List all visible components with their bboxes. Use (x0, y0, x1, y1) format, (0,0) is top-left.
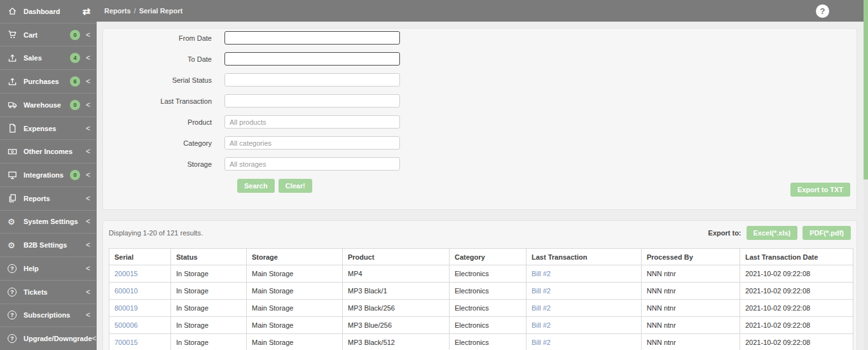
export-pdf-button[interactable]: PDF(*.pdf) (803, 226, 851, 240)
serial-link[interactable]: 800019 (114, 304, 138, 312)
money-icon (8, 147, 24, 157)
storage-cell: Main Storage (247, 283, 343, 300)
export-excel-button[interactable]: Excel(*.xls) (747, 226, 798, 240)
category-cell: Electronics (450, 317, 527, 334)
serial-cell: 500006 (109, 317, 171, 334)
sidebar-item-tickets[interactable]: ? Tickets < (0, 280, 97, 304)
sidebar-item-expenses[interactable]: Expenses < (0, 116, 97, 140)
status-cell: In Storage (171, 283, 247, 300)
to-date-input[interactable] (224, 52, 400, 66)
form-row: Storage (103, 157, 857, 171)
table-row: 600010 In Storage Main Storage MP3 Black… (109, 283, 853, 300)
category-cell: Electronics (450, 283, 527, 300)
sidebar-item-label: Subscriptions (24, 311, 86, 319)
serial-cell: 600010 (109, 283, 171, 300)
product-cell: MP3 Black/1 (343, 283, 450, 300)
storage-input[interactable] (224, 157, 400, 171)
last-transaction-cell: Bill #2 (527, 300, 642, 317)
scrollbar-thumb[interactable] (864, 0, 868, 179)
bill-link[interactable]: Bill #2 (532, 304, 551, 312)
serial-status-input[interactable] (224, 73, 400, 87)
sidebar-item-label: Integrations (24, 171, 70, 179)
export-group: Export to: Excel(*.xls) PDF(*.pdf) (708, 226, 851, 240)
truck-icon (8, 100, 24, 109)
sidebar-item-b2b-settings[interactable]: ⚙ B2B Settings < (0, 233, 97, 256)
app-root: Dashboard ⇄ Cart 0 < Sales 4 < (0, 0, 868, 350)
sidebar-item-system-settings[interactable]: ⚙ System Settings < (0, 210, 97, 234)
serial-link[interactable]: 700015 (114, 339, 138, 346)
bill-link[interactable]: Bill #2 (532, 270, 551, 277)
gears-icon: ⚙ (8, 241, 24, 249)
column-header-product: Product (343, 249, 450, 265)
serial-cell: 800019 (109, 300, 171, 317)
sidebar-item-label: Tickets (24, 288, 86, 296)
sidebar-item-cart[interactable]: Cart 0 < (0, 23, 97, 46)
sidebar-item-sales[interactable]: Sales 4 < (0, 46, 97, 69)
column-header-serial: Serial (109, 249, 171, 265)
sidebar-item-integrations[interactable]: Integrations 0 < (0, 163, 97, 186)
help-icon[interactable]: ? (816, 4, 829, 18)
clear-button[interactable]: Clear! (279, 179, 312, 193)
sidebar-item-subscriptions[interactable]: ? Subscriptions < (0, 304, 97, 327)
product-cell: MP3 Blue/256 (343, 317, 450, 334)
category-cell: Electronics (450, 265, 527, 283)
column-header-last-transaction-date: Last Transaction Date (740, 249, 853, 265)
sidebar-item-purchases[interactable]: Purchases 6 < (0, 69, 97, 93)
sidebar-item-label: Sales (24, 54, 70, 62)
chevron-left-icon: < (86, 195, 90, 202)
storage-cell: Main Storage (247, 317, 343, 334)
processed-by-cell: NNN ntnr (642, 283, 740, 300)
count-badge: 0 (70, 170, 80, 180)
product-label: Product (103, 118, 224, 126)
serial-link[interactable]: 600010 (114, 287, 138, 295)
copy-icon (8, 193, 24, 203)
table-row: 800019 In Storage Main Storage MP3 Black… (109, 300, 853, 317)
last-transaction-cell: Bill #2 (527, 334, 642, 350)
question-circle-icon: ? (8, 264, 24, 273)
results-summary: Displaying 1-20 of 121 results. (109, 229, 203, 237)
chevron-left-icon: < (86, 241, 90, 249)
sidebar-item-warehouse[interactable]: Warehouse 0 < (0, 93, 97, 116)
cart-icon (8, 30, 24, 39)
column-header-category: Category (450, 249, 527, 265)
chevron-left-icon: < (86, 265, 90, 272)
product-input[interactable] (224, 115, 400, 129)
form-row: Product (103, 115, 857, 129)
column-header-storage: Storage (247, 249, 343, 265)
serial-report-table: Serial Status Storage Product Category L… (109, 248, 853, 350)
sidebar-item-reports[interactable]: Reports < (0, 186, 97, 210)
category-input[interactable] (224, 136, 400, 150)
sidebar-item-upgrade-downgrade[interactable]: ? Upgrade/Downgrade < (0, 326, 97, 350)
category-cell: Electronics (450, 300, 527, 317)
from-date-input[interactable] (224, 31, 400, 45)
bill-link[interactable]: Bill #2 (532, 287, 551, 295)
search-button[interactable]: Search (237, 179, 275, 193)
count-badge: 4 (70, 53, 80, 63)
count-badge: 0 (70, 100, 80, 110)
export-to-label: Export to: (708, 229, 741, 237)
sidebar-item-help[interactable]: ? Help < (0, 256, 97, 280)
chevron-left-icon: < (86, 54, 90, 62)
last-transaction-input[interactable] (224, 94, 400, 108)
export-txt-button[interactable]: Export to TXT (790, 183, 850, 197)
serial-link[interactable]: 200015 (114, 270, 138, 277)
form-row: Serial Status (103, 73, 857, 87)
form-actions: Search Clear! (237, 179, 857, 193)
storage-cell: Main Storage (247, 300, 343, 317)
serial-link[interactable]: 500006 (114, 321, 138, 329)
sidebar-item-dashboard[interactable]: Dashboard ⇄ (0, 0, 97, 23)
chevron-left-icon: < (86, 101, 90, 109)
chevron-left-icon: < (86, 148, 90, 155)
bill-link[interactable]: Bill #2 (532, 339, 551, 346)
breadcrumb-section[interactable]: Reports (104, 7, 131, 15)
processed-by-cell: NNN ntnr (642, 317, 740, 334)
table-row: 700015 In Storage Main Storage MP3 Black… (109, 334, 853, 350)
from-date-label: From Date (103, 34, 224, 42)
bill-link[interactable]: Bill #2 (532, 321, 551, 329)
breadcrumb-page: Serial Report (139, 7, 183, 15)
chevron-left-icon: < (86, 311, 90, 319)
swap-icon[interactable]: ⇄ (82, 6, 90, 16)
processed-by-cell: NNN ntnr (642, 265, 740, 283)
sidebar-item-other-incomes[interactable]: Other Incomes < (0, 139, 97, 163)
status-cell: In Storage (171, 300, 247, 317)
